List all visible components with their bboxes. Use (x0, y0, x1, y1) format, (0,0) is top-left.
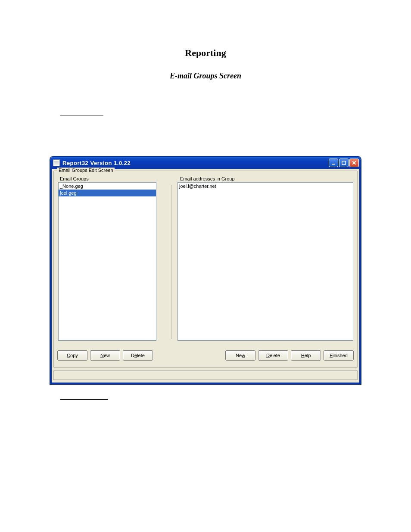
minimize-button[interactable] (329, 159, 338, 167)
email-addresses-label: Email addresses in Group (180, 176, 354, 181)
column-email-addresses: Email addresses in Group joel.l@charter.… (177, 176, 354, 361)
window-buttons (329, 159, 359, 167)
groupbox-title: Email Groups Edit Screen (57, 168, 115, 173)
close-button[interactable] (349, 159, 359, 167)
list-item[interactable]: _None.geg (59, 183, 156, 190)
email-addresses-button-row: New Delete Help Finished (177, 350, 354, 361)
maximize-button[interactable] (339, 159, 349, 167)
email-addresses-listbox[interactable]: joel.l@charter.net (177, 182, 353, 341)
new-address-button[interactable]: New (225, 350, 255, 361)
finished-button[interactable]: Finished (324, 350, 354, 361)
page-subtitle: E-mail Groups Screen (0, 72, 411, 81)
minimize-icon (331, 161, 336, 165)
list-item[interactable]: joel.geg (59, 190, 156, 196)
new-group-button[interactable]: New (90, 350, 120, 361)
svg-rect-0 (332, 164, 335, 165)
statusbar (53, 370, 358, 380)
columns: Email Groups _None.gegjoel.geg Copy New … (57, 176, 354, 361)
divider (60, 115, 103, 115)
email-groups-label: Email Groups (60, 176, 165, 181)
column-email-groups: Email Groups _None.gegjoel.geg Copy New … (57, 176, 165, 361)
divider (60, 399, 108, 400)
email-groups-button-row: Copy New Delete (57, 350, 165, 361)
groupbox-email-groups-edit: Email Groups Edit Screen Email Groups _N… (53, 171, 358, 368)
close-icon (352, 161, 356, 165)
app-icon (53, 159, 60, 166)
svg-rect-1 (342, 161, 346, 165)
app-window: Report32 Version 1.0.22 Email Groups Edi… (50, 156, 361, 384)
document-page: Reporting E-mail Groups Screen Report32 … (0, 0, 411, 532)
email-groups-listbox[interactable]: _None.gegjoel.geg (58, 182, 156, 341)
list-item[interactable]: joel.l@charter.net (178, 183, 353, 190)
column-separator (171, 185, 171, 339)
page-title: Reporting (0, 47, 411, 59)
delete-address-button[interactable]: Delete (258, 350, 288, 361)
help-button[interactable]: Help (291, 350, 321, 361)
copy-button[interactable]: Copy (57, 350, 87, 361)
window-body: Email Groups Edit Screen Email Groups _N… (50, 169, 361, 384)
maximize-icon (342, 161, 346, 165)
delete-group-button[interactable]: Delete (123, 350, 153, 361)
window-title: Report32 Version 1.0.22 (62, 160, 131, 166)
titlebar[interactable]: Report32 Version 1.0.22 (50, 157, 361, 169)
